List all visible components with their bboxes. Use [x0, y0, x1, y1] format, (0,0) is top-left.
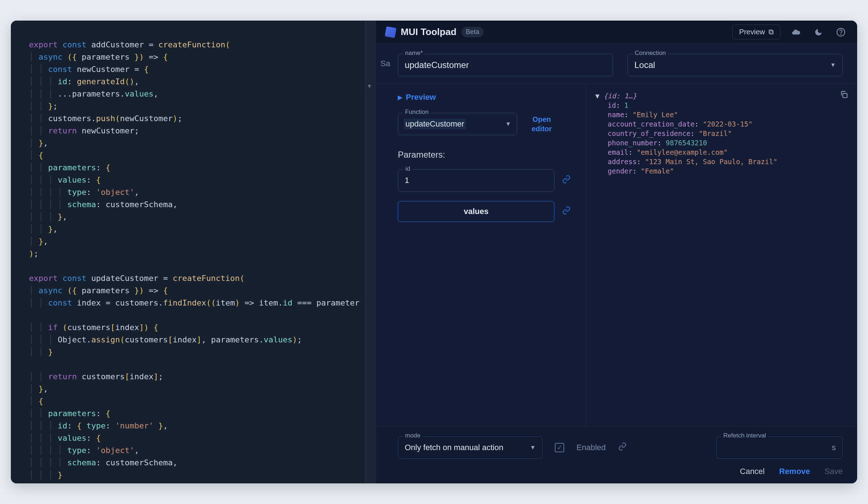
param-id-input[interactable]: id 1 [398, 169, 554, 192]
topbar: MUI Toolpad Beta Preview ⧉ [376, 21, 857, 44]
param-id-label: id [403, 165, 412, 172]
param-id-value: 1 [405, 176, 409, 185]
result-json[interactable]: ▼ {id: 1…} id: 1 name: "Emily Lee" accou… [595, 91, 848, 176]
beta-badge: Beta [461, 27, 484, 37]
svg-rect-2 [843, 93, 847, 98]
param-values-label: values [464, 207, 489, 216]
preview-button-label: Preview [739, 28, 765, 36]
action-row: Cancel Remove Save [376, 465, 857, 483]
connection-field[interactable]: Connection Local ▼ [627, 54, 843, 76]
connection-field-label: Connection [633, 50, 668, 57]
mode-label: mode [403, 432, 423, 439]
chevron-down-icon: ▼ [530, 444, 536, 451]
cancel-button[interactable]: Cancel [740, 467, 765, 476]
name-field-label: name* [403, 50, 425, 57]
app-logo-icon [385, 26, 396, 38]
app-pane: Sa MUI Toolpad Beta Preview ⧉ name* [376, 21, 857, 483]
theme-toggle-icon[interactable] [812, 25, 825, 39]
chevron-down-icon: ▼ [505, 121, 511, 127]
mode-value: Only fetch on manual action [405, 443, 503, 452]
app-window: export const addCustomer = createFunctio… [11, 21, 857, 483]
function-select[interactable]: Function updateCustomer ▼ [398, 113, 517, 135]
function-select-value: updateCustomer [404, 119, 466, 129]
open-external-icon: ⧉ [769, 28, 774, 36]
bind-enabled-icon[interactable] [618, 442, 627, 453]
preview-run-label: Preview [406, 93, 436, 102]
refetch-interval-unit: s [832, 443, 836, 452]
code-content: export const addCustomer = createFunctio… [29, 39, 376, 481]
result-panel: ▼ {id: 1…} id: 1 name: "Emily Lee" accou… [586, 84, 857, 427]
parameters-heading: Parameters: [398, 150, 571, 160]
enabled-label: Enabled [576, 443, 606, 452]
main-area: Preview Function updateCustomer ▼ Open e… [376, 84, 857, 427]
refetch-interval-label: Refetch interval [721, 432, 768, 439]
footer-row: mode Only fetch on manual action ▼ ✓ Ena… [376, 427, 857, 465]
app-title: MUI Toolpad [401, 26, 456, 38]
svg-point-1 [841, 34, 841, 34]
help-icon[interactable] [834, 25, 848, 39]
preview-run-button[interactable]: Preview [398, 93, 571, 102]
connection-field-value: Local [634, 60, 655, 70]
chevron-down-icon: ▼ [830, 62, 836, 68]
enabled-checkbox[interactable]: ✓ [555, 443, 564, 452]
query-config-panel: Preview Function updateCustomer ▼ Open e… [376, 84, 586, 427]
config-row: name* updateCustomer Connection Local ▼ [376, 44, 857, 84]
param-values-button[interactable]: values [398, 201, 554, 222]
code-editor[interactable]: export const addCustomer = createFunctio… [11, 21, 376, 483]
copy-result-icon[interactable] [840, 90, 848, 100]
background-hint-text: Sa [380, 59, 390, 68]
name-field[interactable]: name* updateCustomer [398, 54, 613, 76]
bind-param-icon[interactable] [562, 206, 571, 217]
function-select-label: Function [403, 108, 431, 116]
code-gutter[interactable] [365, 21, 376, 483]
cloud-sync-icon[interactable] [789, 25, 803, 39]
bind-param-icon[interactable] [562, 175, 571, 186]
mode-select[interactable]: mode Only fetch on manual action ▼ [398, 436, 542, 459]
open-editor-link[interactable]: Open editor [532, 115, 552, 133]
save-button[interactable]: Save [825, 467, 843, 476]
remove-button[interactable]: Remove [779, 467, 810, 476]
refetch-interval-input[interactable]: Refetch interval s [716, 436, 843, 459]
preview-button[interactable]: Preview ⧉ [732, 25, 780, 39]
name-field-value: updateCustomer [405, 60, 469, 70]
